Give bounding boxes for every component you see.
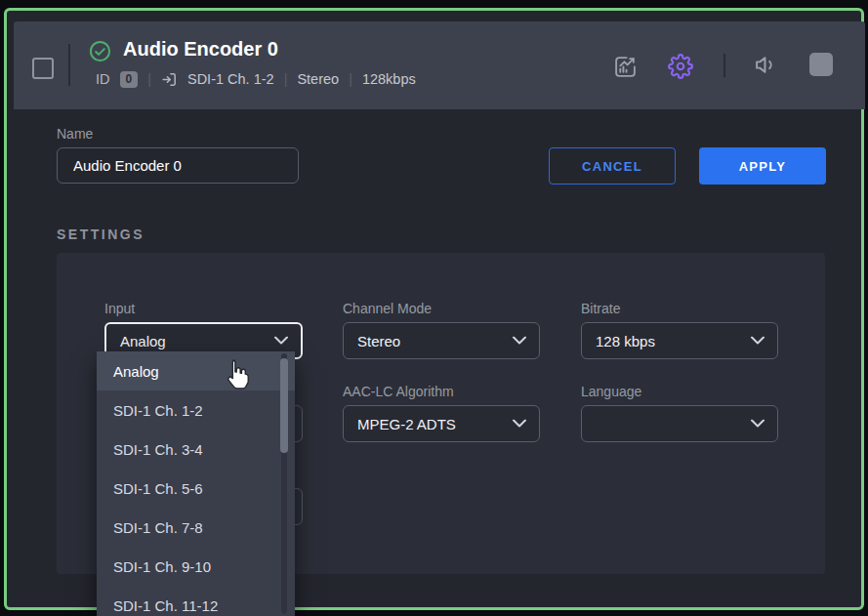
- name-input[interactable]: [57, 147, 299, 184]
- gear-icon: [668, 54, 693, 82]
- chevron-down-icon: [751, 337, 765, 346]
- list-item[interactable]: SDI-1 Ch. 1-2: [97, 390, 295, 430]
- encoder-title: Audio Encoder 0: [123, 38, 278, 61]
- language-select[interactable]: [581, 405, 778, 442]
- id-badge: 0: [120, 71, 139, 88]
- list-item[interactable]: SDI-1 Ch. 3-4: [97, 430, 295, 469]
- channel-mode-label: Channel Mode: [343, 301, 432, 316]
- apply-button[interactable]: APPLY: [699, 147, 826, 185]
- name-label: Name: [57, 126, 93, 142]
- option-label: SDI-1 Ch. 11-12: [113, 597, 218, 614]
- settings-section-title: SETTINGS: [57, 226, 145, 242]
- separator: |: [284, 71, 288, 87]
- stop-button[interactable]: [809, 53, 833, 76]
- encoder-card-header: [14, 21, 865, 109]
- bitrate-select[interactable]: 128 kbps: [581, 322, 778, 359]
- chevron-down-icon: [513, 337, 526, 346]
- chart-stats-icon: [613, 55, 638, 82]
- chevron-down-icon: [274, 337, 288, 346]
- separator: |: [147, 71, 151, 87]
- header-icons-divider: [723, 54, 725, 77]
- option-label: SDI-1 Ch. 7-8: [113, 519, 203, 536]
- audio-encoder-panel: Audio Encoder 0 ID 0 | SDI-1 Ch. 1-2 | S…: [0, 0, 868, 616]
- dropdown-scrollbar-thumb[interactable]: [280, 358, 288, 453]
- id-label: ID: [96, 71, 110, 87]
- chevron-down-icon: [751, 420, 765, 429]
- list-item[interactable]: SDI-1 Ch. 9-10: [97, 547, 295, 586]
- encoder-summary: ID 0 | SDI-1 Ch. 1-2 | Stereo | 128kbps: [96, 69, 416, 89]
- list-item[interactable]: SDI-1 Ch. 5-6: [97, 469, 295, 508]
- separator: |: [349, 71, 352, 87]
- bitrate-select-value: 128 kbps: [596, 333, 655, 349]
- settings-button[interactable]: [668, 54, 693, 82]
- header-divider: [68, 44, 70, 86]
- option-label: SDI-1 Ch. 3-4: [113, 441, 203, 458]
- audio-monitor-button[interactable]: [754, 53, 778, 80]
- bitrate-label: Bitrate: [581, 301, 620, 316]
- summary-channel-mode: Stereo: [297, 71, 339, 87]
- option-label: SDI-1 Ch. 1-2: [113, 402, 203, 419]
- language-label: Language: [581, 384, 641, 399]
- input-label: Input: [104, 301, 135, 316]
- list-item[interactable]: SDI-1 Ch. 11-12: [97, 586, 295, 616]
- signal-input-icon: [161, 71, 178, 88]
- option-label: Analog: [113, 363, 159, 380]
- aac-algorithm-select-value: MPEG-2 ADTS: [357, 416, 456, 432]
- input-dropdown-list: Analog SDI-1 Ch. 1-2 SDI-1 Ch. 3-4 SDI-1…: [97, 351, 295, 616]
- list-item-highlighted[interactable]: Analog: [97, 351, 295, 390]
- aac-algorithm-select[interactable]: MPEG-2 ADTS: [343, 405, 540, 442]
- stats-button[interactable]: [613, 55, 638, 82]
- summary-bitrate: 128kbps: [362, 71, 416, 87]
- speaker-icon: [754, 53, 778, 80]
- list-item[interactable]: SDI-1 Ch. 7-8: [97, 508, 295, 547]
- summary-source: SDI-1 Ch. 1-2: [187, 71, 274, 87]
- option-label: SDI-1 Ch. 5-6: [113, 480, 203, 497]
- select-encoder-checkbox[interactable]: [32, 58, 54, 79]
- status-ok-icon: [89, 40, 111, 66]
- channel-mode-select-value: Stereo: [357, 333, 400, 349]
- option-label: SDI-1 Ch. 9-10: [113, 558, 211, 575]
- aac-algorithm-label: AAC-LC Algorithm: [343, 384, 454, 399]
- cancel-button[interactable]: CANCEL: [549, 147, 676, 185]
- input-select-value: Analog: [120, 333, 166, 349]
- channel-mode-select[interactable]: Stereo: [343, 322, 540, 359]
- chevron-down-icon: [513, 420, 526, 429]
